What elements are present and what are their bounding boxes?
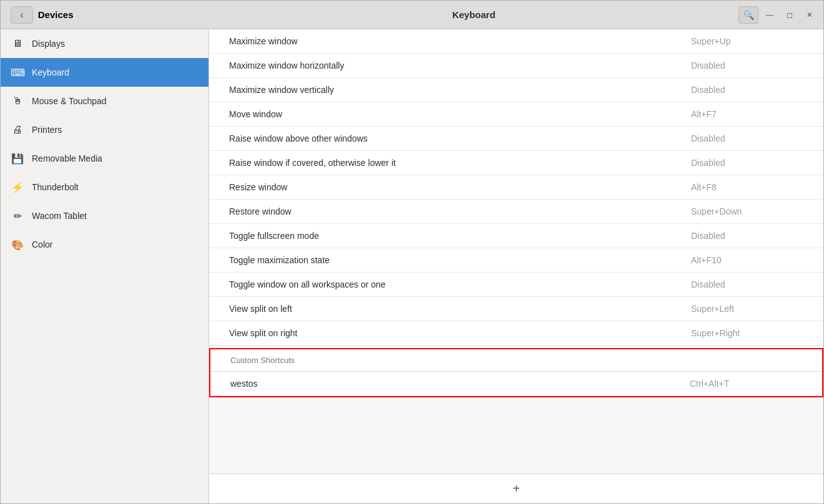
table-row[interactable]: Toggle maximization state Alt+F10 [209,248,823,273]
table-row[interactable]: Restore window Super+Down [209,200,823,224]
close-icon: ✕ [807,11,813,19]
sidebar-item-wacom[interactable]: ✏ Wacom Tablet [1,201,208,230]
table-row[interactable]: Raise window if covered, otherwise lower… [209,151,823,175]
table-row[interactable]: View split on left Super+Left [209,297,823,321]
keyboard-icon: ⌨ [11,65,24,79]
panel-title-text: Keyboard [452,9,495,20]
shortcut-name: Toggle fullscreen mode [229,231,691,241]
shortcut-key: Super+Right [691,328,803,338]
sidebar-item-label: Mouse & Touchpad [32,96,107,106]
shortcut-name: Maximize window vertically [229,85,691,95]
shortcut-name: Restore window [229,206,691,216]
table-row[interactable]: Toggle window on all workspaces or one D… [209,273,823,297]
settings-window: ‹ Devices Keyboard 🔍 — ◻ ✕ [0,0,824,504]
table-row[interactable]: View split on right Super+Right [209,321,823,346]
shortcut-key: Super+Up [691,36,803,46]
shortcut-key: Disabled [691,85,803,95]
custom-shortcut-key: Ctrl+Alt+T [690,379,802,389]
shortcut-name: Raise window above other windows [229,133,691,143]
shortcut-name: Raise window if covered, otherwise lower… [229,158,691,168]
custom-shortcuts-header: Custom Shortcuts [210,349,822,372]
shortcut-key: Alt+F7 [691,109,803,119]
shortcut-key: Disabled [691,158,803,168]
search-button[interactable]: 🔍 [738,6,758,24]
sidebar-item-label: Keyboard [32,67,69,77]
shortcut-key: Alt+F10 [691,255,803,265]
sidebar-item-color[interactable]: 🎨 Color [1,230,208,259]
close-button[interactable]: ✕ [801,6,818,24]
sidebar: 🖥 Displays ⌨ Keyboard 🖱 Mouse & Touchpad… [1,29,209,503]
table-row[interactable]: Move window Alt+F7 [209,102,823,127]
sidebar-item-label: Printers [32,125,62,135]
shortcut-key: Disabled [691,133,803,143]
shortcut-key: Alt+F8 [691,182,803,192]
content-area: Maximize window Super+Up Maximize window… [209,29,823,503]
shortcut-key: Super+Down [691,206,803,216]
sidebar-item-removable[interactable]: 💾 Removable Media [1,144,208,173]
shortcut-name: View split on left [229,304,691,314]
sidebar-item-keyboard[interactable]: ⌨ Keyboard [1,58,208,87]
shortcut-key: Disabled [691,61,803,70]
displays-icon: 🖥 [11,37,24,51]
shortcut-name: Move window [229,109,691,119]
table-row[interactable]: Resize window Alt+F8 [209,175,823,200]
shortcut-name: View split on right [229,328,691,338]
table-row[interactable]: Maximize window Super+Up [209,29,823,54]
maximize-icon: ◻ [787,11,793,19]
custom-shortcuts-section: Custom Shortcuts westos Ctrl+Alt+T [209,348,823,397]
printers-icon: 🖨 [11,123,24,137]
shortcut-name: Maximize window [229,36,691,46]
sidebar-item-label: Removable Media [32,153,102,163]
back-button[interactable]: ‹ [11,6,33,24]
main-content: 🖥 Displays ⌨ Keyboard 🖱 Mouse & Touchpad… [1,29,823,503]
minimize-icon: — [766,11,773,19]
sidebar-item-label: Wacom Tablet [32,211,87,221]
panel-title: Keyboard [209,9,738,20]
sidebar-item-thunderbolt[interactable]: ⚡ Thunderbolt [1,173,208,201]
table-row[interactable]: Maximize window vertically Disabled [209,78,823,102]
color-icon: 🎨 [11,238,24,251]
custom-shortcut-row[interactable]: westos Ctrl+Alt+T [210,372,822,396]
window-controls: 🔍 — ◻ ✕ [738,6,823,24]
table-row[interactable]: Toggle fullscreen mode Disabled [209,224,823,248]
shortcut-name: Resize window [229,182,691,192]
search-icon: 🔍 [743,10,754,20]
add-shortcut-button[interactable]: + [209,473,823,503]
mouse-icon: 🖱 [11,94,24,108]
custom-shortcut-name: westos [230,379,690,389]
wacom-icon: ✏ [11,209,24,223]
sidebar-item-label: Color [32,240,52,250]
sidebar-item-mouse[interactable]: 🖱 Mouse & Touchpad [1,87,208,115]
add-icon: + [513,482,520,496]
custom-shortcuts-label: Custom Shortcuts [230,356,295,365]
removable-icon: 💾 [11,152,24,165]
shortcut-name: Toggle maximization state [229,255,691,265]
titlebar-left: ‹ Devices [1,6,209,24]
back-icon: ‹ [20,9,23,21]
shortcut-key: Super+Left [691,304,803,314]
shortcut-key: Disabled [691,279,803,289]
sidebar-item-label: Thunderbolt [32,182,79,192]
table-row[interactable]: Raise window above other windows Disable… [209,127,823,151]
minimize-button[interactable]: — [761,6,778,24]
shortcut-key: Disabled [691,231,803,241]
maximize-button[interactable]: ◻ [781,6,798,24]
titlebar: ‹ Devices Keyboard 🔍 — ◻ ✕ [1,1,823,29]
shortcut-name: Toggle window on all workspaces or one [229,279,691,289]
table-row[interactable]: Maximize window horizontally Disabled [209,54,823,78]
sidebar-item-displays[interactable]: 🖥 Displays [1,29,208,58]
shortcut-name: Maximize window horizontally [229,61,691,70]
sidebar-title: Devices [38,9,74,20]
thunderbolt-icon: ⚡ [11,180,24,194]
sidebar-item-printers[interactable]: 🖨 Printers [1,115,208,144]
sidebar-item-label: Displays [32,39,65,49]
shortcuts-list: Maximize window Super+Up Maximize window… [209,29,823,473]
